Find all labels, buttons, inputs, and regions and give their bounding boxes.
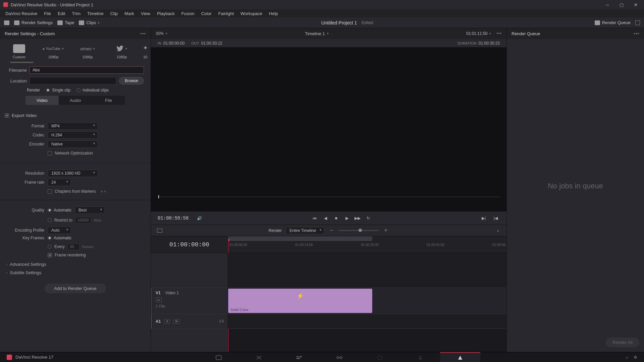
page-media[interactable] (199, 352, 239, 362)
individual-clips-radio[interactable]: Individual clips (76, 88, 109, 93)
last-frame-button[interactable]: |◀ (492, 214, 500, 222)
codec-dropdown[interactable]: H.264 (48, 131, 98, 139)
subtitle-settings-toggle[interactable]: ›Subtitle Settings (0, 268, 151, 277)
menu-mark[interactable]: Mark (121, 10, 138, 17)
music-icon[interactable]: ♪ (494, 227, 502, 235)
video-track-header[interactable]: V1 Video 1 ▭ 1 Clip (151, 288, 228, 314)
tape-toggle[interactable]: Tape (57, 20, 74, 25)
tab-audio[interactable]: Audio (59, 96, 92, 105)
preset-custom[interactable]: Custom (3, 43, 35, 60)
encoder-dropdown[interactable]: Native (48, 140, 98, 148)
menu-timeline[interactable]: Timeline (84, 10, 107, 17)
timeline-ruler[interactable]: 01:00:00:00 01:00:14:00 01:00:28:00 01:0… (228, 236, 506, 253)
format-dropdown[interactable]: MP4 (48, 122, 98, 130)
zoom-in-button[interactable]: + (383, 227, 389, 234)
page-fusion[interactable] (319, 352, 360, 362)
stop-button[interactable]: ■ (332, 214, 340, 222)
queue-menu-icon[interactable]: ••• (634, 31, 639, 36)
page-color[interactable] (360, 352, 400, 362)
location-input[interactable] (30, 77, 116, 84)
encoding-profile-dropdown[interactable]: Auto (48, 227, 71, 234)
advanced-settings-toggle[interactable]: ›Advanced Settings (0, 260, 151, 268)
keyframes-auto-radio[interactable]: Automatic (48, 236, 71, 240)
restrict-input[interactable] (75, 217, 91, 224)
menu-file[interactable]: File (41, 10, 54, 17)
render-queue-toggle[interactable]: Render Queue (595, 20, 631, 25)
preset-youtube[interactable]: ▸ YouTube▾ 1080p (38, 43, 69, 60)
settings-icon[interactable]: ⚙ (634, 355, 637, 360)
solo-button[interactable]: S (164, 319, 170, 324)
menu-clip[interactable]: Clip (107, 10, 121, 17)
play-button[interactable]: ▶ (343, 214, 351, 222)
panel-menu-icon[interactable]: ••• (140, 31, 146, 36)
viewer-canvas[interactable] (151, 48, 506, 211)
expand-icon[interactable] (635, 20, 640, 25)
menu-help[interactable]: Help (266, 10, 281, 17)
zoom-slider[interactable] (338, 230, 379, 231)
viewer-timecode[interactable]: 01:01:11:50 (466, 31, 487, 36)
clips-toggle[interactable]: Clips ▾ (79, 20, 100, 25)
menu-color[interactable]: Color (198, 10, 215, 17)
menu-fairlight[interactable]: Fairlight (215, 10, 237, 17)
preset-more[interactable]: ✦ 10 (140, 43, 150, 60)
first-frame-button[interactable]: ⏮ (311, 214, 319, 222)
add-to-queue-button[interactable]: Add to Render Queue (45, 284, 106, 293)
scrubber-head[interactable] (158, 195, 159, 198)
menu-view[interactable]: View (138, 10, 154, 17)
quick-export-icon[interactable] (4, 20, 9, 25)
twitter-icon (116, 46, 124, 52)
tab-file[interactable]: File (92, 96, 125, 105)
audio-track-header[interactable]: A1 S M 2.0 (151, 314, 228, 329)
page-cut[interactable] (239, 352, 279, 362)
menu-fusion[interactable]: Fusion (178, 10, 198, 17)
restrict-radio[interactable] (48, 218, 52, 222)
timeline-view-icon[interactable] (156, 227, 164, 235)
filename-label: Filename (7, 68, 27, 73)
menu-trim[interactable]: Trim (69, 10, 84, 17)
menu-edit[interactable]: Edit (54, 10, 68, 17)
tab-video[interactable]: Video (25, 96, 59, 105)
minimize-button[interactable]: ─ (600, 0, 614, 9)
network-opt-checkbox[interactable] (48, 151, 52, 156)
quality-dropdown[interactable]: Best (75, 206, 105, 214)
render-settings-toggle[interactable]: Render Settings (14, 20, 53, 25)
volume-icon[interactable]: 🔊 (195, 214, 203, 222)
maximize-button[interactable]: ▢ (614, 0, 629, 9)
menu-davinci[interactable]: DaVinci Resolve (2, 10, 41, 17)
render-all-button[interactable]: Render All (606, 338, 639, 347)
next-frame-button[interactable]: ▶▶ (354, 214, 362, 222)
next-clip-button[interactable]: ▶| (480, 214, 488, 222)
browse-button[interactable]: Browse (119, 77, 144, 84)
menu-playback[interactable]: Playback (154, 10, 178, 17)
loop-button[interactable]: ↻ (364, 214, 372, 222)
single-clip-radio[interactable]: Single clip (46, 88, 70, 93)
quality-auto-radio[interactable]: Automatic (48, 208, 71, 213)
framerate-dropdown[interactable]: 24 (48, 179, 71, 186)
page-deliver[interactable] (440, 352, 480, 362)
mute-button[interactable]: M (173, 319, 179, 324)
preset-twitter[interactable]: ▾ 1080p (106, 43, 138, 60)
frame-reorder-checkbox[interactable] (48, 253, 52, 257)
location-label: Location (7, 78, 27, 83)
version-label: DaVinci Resolve 17 (15, 355, 53, 360)
page-fairlight[interactable]: ♫ (400, 352, 440, 362)
zoom-out-button[interactable]: − (328, 227, 334, 234)
close-button[interactable]: ✕ (629, 0, 643, 9)
viewer-menu-icon[interactable]: ••• (496, 31, 502, 36)
zoom-dropdown[interactable]: 30% ▾ (156, 31, 167, 36)
resolution-dropdown[interactable]: 644 x 362 HD (48, 170, 98, 177)
render-scope-dropdown[interactable]: Entire Timeline (286, 227, 324, 234)
track-enable-icon[interactable]: ▭ (156, 297, 162, 302)
keyframes-input[interactable] (67, 243, 79, 250)
preset-vimeo[interactable]: vimeo▾ 1080p (72, 43, 103, 60)
home-icon[interactable]: ⌂ (626, 355, 628, 360)
export-video-checkbox[interactable] (5, 113, 9, 118)
prev-frame-button[interactable]: ◀ (321, 214, 329, 222)
filename-input[interactable] (30, 66, 144, 74)
menu-workspace[interactable]: Workspace (237, 10, 266, 17)
chapters-checkbox[interactable] (48, 189, 52, 194)
keyframes-every-radio[interactable] (48, 245, 52, 249)
page-edit[interactable] (279, 352, 319, 362)
video-clip[interactable]: ⚡ Solid Color (228, 289, 372, 313)
timeline-selector[interactable]: Timeline 1 ▾ (305, 31, 328, 36)
